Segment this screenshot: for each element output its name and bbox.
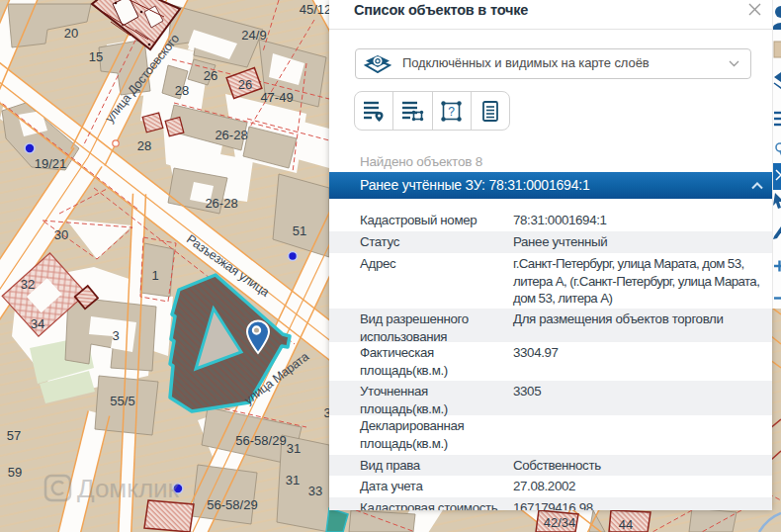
svg-text:19/21: 19/21 [35, 156, 67, 171]
svg-text:26-28: 26-28 [215, 128, 247, 142]
svg-text:3: 3 [112, 328, 119, 343]
svg-text:55/5: 55/5 [110, 394, 134, 408]
svg-text:26: 26 [238, 77, 252, 92]
svg-text:30: 30 [54, 227, 68, 242]
svg-text:33: 33 [308, 484, 322, 498]
svg-text:15: 15 [89, 49, 103, 64]
svg-text:26-28: 26-28 [205, 196, 237, 211]
svg-text:51: 51 [293, 223, 306, 238]
svg-text:?: ? [448, 105, 455, 119]
svg-text:31: 31 [287, 441, 301, 456]
svg-text:59: 59 [8, 465, 22, 480]
svg-text:44: 44 [619, 517, 633, 532]
svg-text:24/9: 24/9 [241, 28, 266, 43]
svg-text:1: 1 [151, 268, 158, 283]
svg-text:Домклик: Домклик [77, 474, 180, 503]
svg-text:56-58/29: 56-58/29 [235, 433, 286, 448]
svg-text:57: 57 [7, 428, 21, 443]
svg-text:32: 32 [21, 277, 35, 292]
svg-text:28: 28 [137, 138, 151, 153]
svg-text:42/34: 42/34 [544, 515, 576, 530]
svg-text:45/12: 45/12 [300, 2, 332, 17]
svg-text:56-58/29: 56-58/29 [207, 497, 257, 512]
svg-text:26: 26 [204, 68, 217, 83]
svg-text:34: 34 [31, 316, 44, 331]
svg-text:31: 31 [286, 473, 300, 488]
svg-text:20: 20 [64, 26, 78, 41]
svg-text:28: 28 [175, 83, 189, 98]
svg-text:47-49: 47-49 [260, 90, 293, 105]
